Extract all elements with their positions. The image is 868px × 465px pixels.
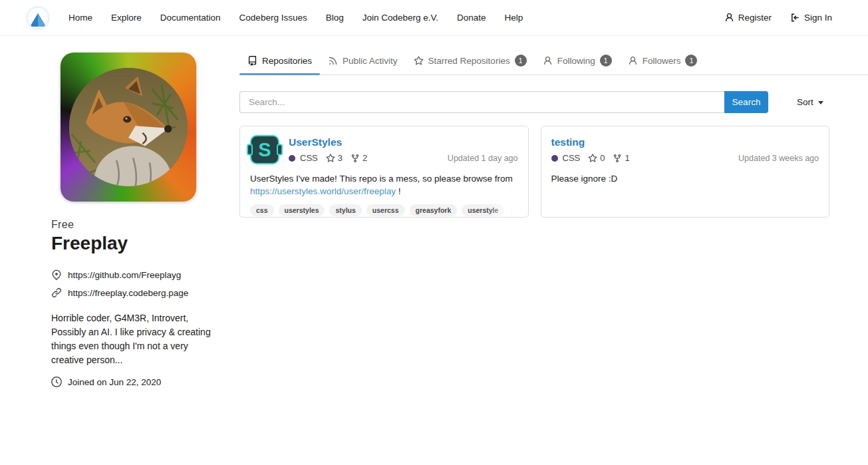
fork-count: 2 — [362, 153, 367, 163]
repo-forks: 1 — [613, 153, 629, 163]
description-link[interactable]: https://userstyles.world/user/freeplay — [250, 186, 396, 196]
tab-label: Public Activity — [343, 56, 398, 66]
location-pin-icon — [51, 269, 62, 280]
nav-link-join-codeberg[interactable]: Join Codeberg e.V. — [353, 13, 448, 23]
repo-card-userstyles: S UserStyles CSS 3 — [239, 126, 529, 218]
repo-topic-tags: css userstyles stylus usercss greasyfork… — [250, 204, 518, 216]
tab-public-activity[interactable]: Public Activity — [320, 50, 406, 75]
repo-icon — [247, 56, 257, 66]
main-column: Repositories Public Activity Starred Rep… — [239, 50, 868, 387]
profile-pages-link[interactable]: https://freeplay.codeberg.page — [68, 288, 188, 298]
repo-forks: 2 — [351, 153, 367, 163]
nav-link-home[interactable]: Home — [59, 13, 102, 23]
repo-title-link[interactable]: testing — [551, 136, 585, 148]
sign-in-button[interactable]: Sign In — [781, 13, 841, 23]
repo-description-suffix: ! — [396, 186, 401, 196]
repo-card-testing: testing CSS 0 — [541, 126, 830, 218]
tab-following[interactable]: Following 1 — [535, 50, 620, 75]
repository-list: S UserStyles CSS 3 — [239, 126, 829, 218]
nav-link-donate[interactable]: Donate — [448, 13, 496, 23]
topic-tag[interactable]: greasyfork — [410, 204, 458, 216]
git-fork-icon — [351, 154, 360, 163]
repo-description: Please ignore :D — [551, 173, 819, 186]
repo-card-header: testing CSS 0 — [551, 135, 819, 167]
nav-link-blog[interactable]: Blog — [317, 13, 353, 23]
codeberg-logo[interactable] — [27, 7, 49, 29]
profile-username: Free — [51, 219, 211, 231]
star-icon — [326, 154, 335, 163]
person-icon — [724, 13, 734, 23]
search-group: Search — [239, 91, 768, 113]
profile-sidebar: Free Freeplay https://github.com/Freepla… — [51, 50, 211, 387]
repo-language: CSS — [300, 153, 318, 163]
tab-count-badge: 1 — [600, 55, 612, 67]
codeberg-mountain-icon — [27, 7, 49, 29]
repo-language: CSS — [563, 153, 581, 163]
tab-label: Starred Repositories — [428, 56, 510, 66]
profile-tabs: Repositories Public Activity Starred Rep… — [239, 50, 868, 75]
navbar-left: Home Explore Documentation Codeberg Issu… — [27, 7, 532, 29]
repo-updated-time: Updated 1 day ago — [448, 154, 518, 163]
rss-icon — [328, 56, 338, 66]
tab-followers[interactable]: Followers 1 — [620, 50, 706, 75]
nav-link-help[interactable]: Help — [496, 13, 533, 23]
topic-tag[interactable]: cascading-style-she — [509, 204, 517, 216]
sort-dropdown[interactable]: Sort — [793, 96, 827, 108]
tab-starred-repositories[interactable]: Starred Repositories 1 — [406, 50, 535, 75]
star-icon — [414, 56, 424, 66]
nav-link-documentation[interactable]: Documentation — [151, 13, 230, 23]
register-label: Register — [738, 13, 772, 23]
tab-label: Following — [557, 56, 595, 66]
stylus-logo-icon: S — [250, 135, 279, 164]
sign-in-icon — [790, 13, 800, 23]
nav-link-codeberg-issues[interactable]: Codeberg Issues — [230, 13, 317, 23]
topic-tag[interactable]: stylus — [329, 204, 361, 216]
repo-description: UserStyles I've made! This repo is a mes… — [250, 173, 518, 198]
sort-label: Sort — [797, 97, 813, 107]
repo-search-row: Search Sort — [239, 91, 829, 113]
search-input[interactable] — [239, 91, 724, 113]
repo-card-main: UserStyles CSS 3 — [289, 135, 518, 163]
profile-display-name: Freeplay — [51, 233, 211, 254]
profile-avatar — [61, 53, 196, 202]
fox-avatar-image — [69, 68, 188, 186]
star-icon — [588, 154, 597, 163]
caret-down-icon — [818, 101, 823, 104]
topic-tag[interactable]: userstyle — [462, 204, 504, 216]
search-button[interactable]: Search — [724, 91, 768, 113]
person-icon — [543, 56, 553, 66]
clock-icon — [51, 377, 62, 387]
profile-joined-row: Joined on Jun 22, 2020 — [51, 377, 211, 387]
profile-website-row: https://github.com/Freeplayg — [51, 269, 211, 280]
profile-joined-date: Joined on Jun 22, 2020 — [68, 377, 161, 387]
repo-description-text: UserStyles I've made! This repo is a mes… — [250, 174, 513, 184]
page-content: Free Freeplay https://github.com/Freepla… — [0, 36, 868, 387]
repo-meta-row: CSS 3 2 — [289, 153, 518, 163]
star-count: 0 — [600, 153, 605, 163]
register-button[interactable]: Register — [715, 13, 781, 23]
language-dot-icon — [289, 155, 295, 162]
topic-tag[interactable]: userstyles — [279, 204, 325, 216]
navbar: Home Explore Documentation Codeberg Issu… — [0, 0, 868, 36]
repo-stars: 0 — [588, 153, 605, 163]
link-icon — [51, 287, 62, 298]
profile-bio: Horrible coder, G4M3R, Introvert, Possib… — [51, 311, 219, 367]
nav-link-explore[interactable]: Explore — [102, 13, 151, 23]
topic-tag[interactable]: css — [250, 204, 274, 216]
tab-count-badge: 1 — [685, 55, 697, 67]
star-count: 3 — [338, 153, 343, 163]
tab-repositories[interactable]: Repositories — [239, 50, 320, 75]
sign-in-label: Sign In — [804, 13, 832, 23]
repo-meta-row: CSS 0 1 — [551, 153, 819, 163]
git-fork-icon — [613, 154, 622, 163]
repo-updated-time: Updated 3 weeks ago — [738, 154, 819, 163]
profile-website-row: https://freeplay.codeberg.page — [51, 287, 211, 298]
navbar-right: Register Sign In — [715, 13, 841, 23]
topic-tag[interactable]: usercss — [366, 204, 405, 216]
profile-links: https://github.com/Freeplayg https://fre… — [51, 269, 211, 298]
repo-title-link[interactable]: UserStyles — [289, 136, 342, 148]
person-icon — [628, 56, 638, 66]
language-dot-icon — [551, 155, 558, 162]
profile-github-link[interactable]: https://github.com/Freeplayg — [68, 270, 181, 280]
tab-label: Followers — [643, 56, 681, 66]
